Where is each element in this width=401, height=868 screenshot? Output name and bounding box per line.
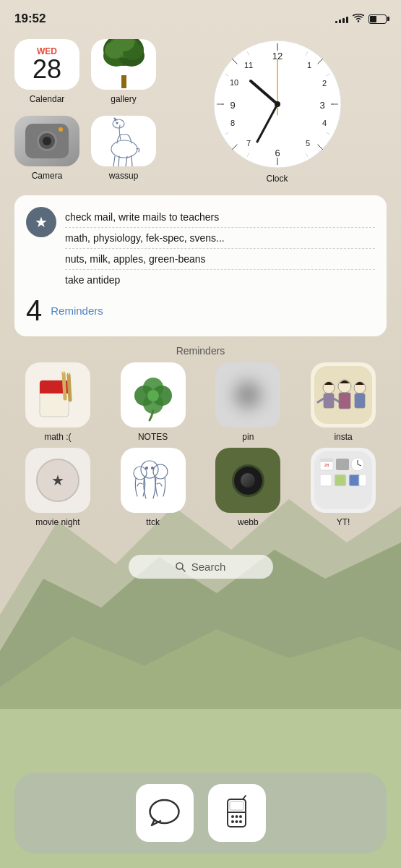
app-notes[interactable]: NOTES [110,362,197,442]
search-bar-container: Search [14,549,387,584]
pin-label: pin [242,432,254,442]
app-wassup[interactable]: wassup [91,116,156,181]
ttck-label: ttck [146,517,160,527]
svg-point-105 [236,820,238,823]
dock-phone[interactable] [208,784,266,842]
status-bar: 19:52 [0,0,401,32]
search-icon [176,562,186,572]
search-label: Search [191,561,226,573]
reminders-header: ★ check mail, write mails to teachers ma… [26,207,375,290]
svg-point-77 [141,461,158,478]
yt-label: YT! [337,517,350,527]
main-content: WED 28 Calendar [0,32,401,584]
wifi-icon [353,14,364,25]
svg-line-18 [118,156,119,166]
svg-rect-85 [336,459,349,470]
svg-marker-62 [68,371,69,375]
reminders-count: 4 [26,296,42,325]
clock-widget[interactable]: 12 3 6 9 1 2 4 5 7 8 10 11 [168,39,387,184]
svg-point-104 [231,820,234,823]
svg-text:5: 5 [305,139,309,148]
reminders-star-icon: ★ [26,207,56,237]
signal-bars-icon [335,14,348,23]
pin-icon [215,362,280,427]
reminders-count-label: Reminders [51,305,103,317]
app-calendar[interactable]: WED 28 Calendar [14,39,79,104]
svg-point-103 [239,815,242,818]
webb-lens [232,464,264,497]
svg-rect-89 [320,475,332,486]
insta-icon [311,362,376,427]
calendar-icon: WED 28 [14,39,79,90]
reminder-item-3: nuts, milk, apples, green-beans [65,249,375,270]
svg-text:10: 10 [229,78,238,87]
clock-label: Clock [266,174,288,184]
signal-bar-2 [339,20,341,23]
ttck-icon [121,448,186,513]
app-yt[interactable]: 28 YT! [300,448,387,527]
notes-label: NOTES [138,432,168,442]
clock-face: 12 3 6 9 1 2 4 5 7 8 10 11 [212,39,342,169]
svg-rect-90 [335,475,346,486]
svg-point-16 [116,122,118,124]
camera-label: Camera [32,171,63,181]
wassup-label: wassup [109,171,139,181]
movie-night-icon: ★ [25,448,90,513]
svg-rect-76 [355,393,365,408]
svg-line-60 [69,375,70,400]
svg-text:2: 2 [322,79,326,88]
app-camera[interactable]: Camera [14,116,79,181]
svg-marker-61 [63,370,64,373]
app-ttck[interactable]: ttck [110,448,197,527]
svg-point-106 [239,820,242,823]
app-math[interactable]: math :( [14,362,101,442]
svg-line-59 [64,373,65,399]
battery-icon [368,14,387,24]
calendar-date: 28 [33,56,61,82]
svg-line-17 [113,156,115,166]
battery-fill [370,16,376,22]
gallery-icon [91,39,156,90]
svg-point-81 [151,467,153,469]
dock-messages[interactable] [136,784,194,842]
app-insta[interactable]: insta [300,362,387,442]
webb-icon [215,448,280,513]
top-app-section: WED 28 Calendar [14,39,387,184]
svg-text:3: 3 [319,100,324,111]
svg-line-20 [131,156,132,166]
svg-line-95 [182,569,185,571]
webb-label: webb [238,517,259,527]
svg-point-67 [147,390,159,401]
calendar-label: Calendar [30,94,65,104]
dock [14,773,387,854]
status-icons [335,14,387,25]
search-bar[interactable]: Search [129,555,273,579]
math-label: math :( [44,432,71,442]
svg-point-15 [113,119,124,128]
math-icon [25,362,90,427]
webb-lens-inner [241,473,255,488]
svg-point-5 [358,20,359,22]
svg-line-99 [243,796,246,799]
app-webb[interactable]: webb [205,448,292,527]
reminders-section-title: Reminders [14,345,387,357]
app-pin[interactable]: pin [205,362,292,442]
reminders-footer: 4 Reminders [26,296,375,325]
blur-effect [226,373,270,417]
app-gallery[interactable]: gallery [91,39,156,104]
svg-rect-100 [230,801,243,810]
signal-bar-3 [342,18,345,23]
app-movie-night[interactable]: ★ movie night [14,448,101,527]
status-time: 19:52 [14,12,46,26]
bottom-apps-row2: ★ movie night [14,448,387,527]
svg-text:4: 4 [322,119,326,127]
wassup-icon [91,116,156,166]
camera-icon [14,116,79,166]
svg-text:28: 28 [324,463,329,467]
phone-icon [217,793,256,833]
svg-text:1: 1 [306,61,311,69]
svg-rect-74 [339,393,350,409]
svg-rect-92 [359,475,366,486]
reminder-item-4: take antidep [65,270,375,290]
reminders-widget[interactable]: ★ check mail, write mails to teachers ma… [14,195,387,336]
